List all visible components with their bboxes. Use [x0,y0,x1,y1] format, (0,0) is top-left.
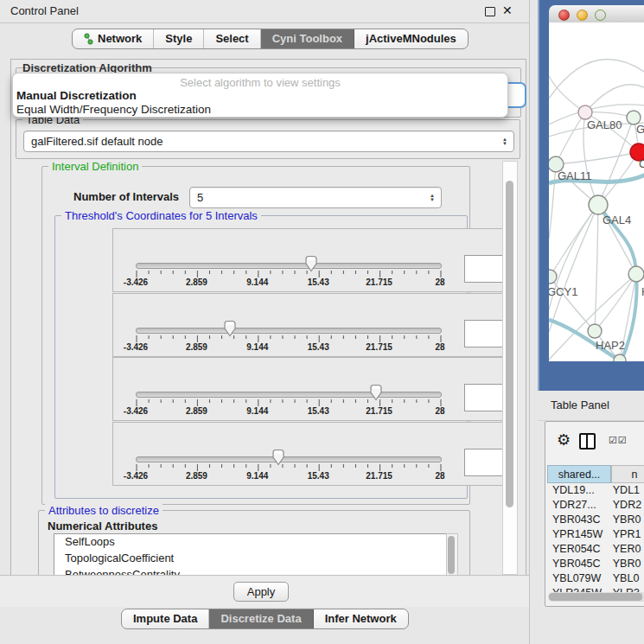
network-node-gcy1[interactable] [549,270,557,284]
control-panel-titlebar: Control Panel ✕ [0,0,529,23]
table-row[interactable]: YPR145WYPR1 [547,527,644,542]
network-icon [84,33,93,45]
network-edge [556,152,639,164]
network-node-label: GAL80 [587,118,622,131]
threshold-slider-thumb[interactable] [369,384,383,401]
network-canvas[interactable]: GAL80GACGAL11GAL4GCY1HHAP2 [549,22,644,361]
close-traffic-light-icon[interactable] [558,10,570,21]
network-node-hap2[interactable] [588,324,602,338]
network-node-h[interactable] [628,266,644,282]
slider-tick-label: 9.144 [246,406,268,416]
network-window: GAL80GACGAL11GAL4GCY1HHAP2 [549,5,644,361]
stepper-arrows-icon: ▲▼ [426,194,441,202]
table-rows: YDL19...YDL1YDR27...YDR2YBR043CYBR0YPR14… [547,483,644,592]
slider-tick-label: 9.144 [246,277,268,287]
num-intervals-combobox[interactable]: 5 ▲▼ [189,187,442,208]
slider-tick-label: 2.859 [186,277,207,287]
tab-select[interactable]: Select [204,29,260,48]
table-row[interactable]: YLR345WYLR3 [547,586,644,592]
apply-bar: Apply [0,575,529,608]
tab-jactivemnodules[interactable]: jActiveMNodules [354,29,468,48]
apply-button[interactable]: Apply [233,582,289,602]
attributes-group-title: Attributes to discretize [45,504,163,517]
table-row[interactable]: YBL079WYBL0 [547,571,644,586]
threshold-slider-track[interactable] [136,263,442,269]
slider-tick-label: 2.859 [186,342,207,352]
attribute-item-selfloops[interactable]: SelfLoops [54,534,447,551]
interval-definition-group: Interval Definition Number of Intervals … [41,166,470,505]
slider-tick-label: 28 [435,277,444,287]
numerical-attributes-label: Numerical Attributes [48,520,157,532]
network-node-gal4[interactable] [589,195,608,214]
table-panel-header: Table Panel [538,391,644,421]
table-card: ⚙ ☑☑ shared... n YDL19...YDL1YDR27...YDR… [545,421,644,607]
slider-tick-label: 28 [435,342,444,352]
table-data-combobox[interactable]: galFiltered.sif default node ▲▼ [23,131,514,152]
panel-vertical-scrollbar[interactable] [502,161,518,575]
gear-icon[interactable]: ⚙ [557,430,571,450]
network-edge [549,76,585,112]
cell-name: YDR2 [609,498,644,513]
attribute-item-topologicalcoefficient[interactable]: TopologicalCoefficient [54,551,447,567]
table-row[interactable]: YBR043CYBR0 [547,513,644,527]
table-horizontal-scrollbar[interactable] [548,592,644,602]
cell-shared-name: YDR27... [547,498,609,513]
slider-tick-label: -3.426 [124,471,148,481]
threshold-slider-thumb[interactable] [271,449,285,466]
tab-style[interactable]: Style [154,29,204,48]
table-row[interactable]: YDR27...YDR2 [547,498,644,513]
float-window-icon[interactable] [485,7,495,16]
bottom-tab-infer-network[interactable]: Infer Network [314,609,408,628]
network-node-label: GAL4 [603,214,631,226]
slider-tick-label: 21.715 [366,342,392,352]
cell-shared-name: YBR043C [547,513,609,527]
slider-ticks [136,271,442,279]
algorithm-placeholder-option[interactable]: Select algorithm to view settings [13,76,507,89]
zoom-traffic-light-icon[interactable] [595,10,606,21]
slider-tick-label: 28 [435,406,444,416]
slider-tick-label: 21.715 [366,277,392,287]
bottom-tab-impute-data[interactable]: Impute Data [122,609,209,628]
threshold-slider-thumb[interactable] [223,320,237,337]
num-intervals-label: Number of Intervals [73,190,179,203]
thresholds-group-title: Threshold's Coordinates for 5 Intervals [61,209,261,222]
slider-tick-label: -3.426 [124,406,148,416]
minimize-traffic-light-icon[interactable] [577,10,588,21]
cell-name: YDL1 [609,483,644,498]
threshold-panel-2: -3.4262.8599.14415.4321.71528 [112,293,515,357]
control-panel-tabbar: NetworkStyleSelectCyni ToolboxjActiveMNo… [72,29,469,49]
threshold-slider-thumb[interactable] [304,255,318,272]
bottom-tab-label: Discretize Data [220,609,301,628]
slider-tick-label: -3.426 [124,342,148,352]
bottom-tab-discretize-data[interactable]: Discretize Data [209,609,313,628]
cell-name: YER0 [609,542,644,557]
control-panel: Control Panel ✕ NetworkStyleSelectCyni T… [0,0,530,644]
table-panel-title: Table Panel [551,399,609,411]
cell-shared-name: YPR145W [547,527,609,542]
table-row[interactable]: YER054CYER0 [547,542,644,557]
network-node-gal80[interactable] [578,105,592,119]
slider-tick-label: -3.426 [124,277,148,287]
slider-tick-label: 2.859 [186,471,207,481]
close-icon[interactable]: ✕ [502,3,513,14]
algorithm-option-manual[interactable]: Manual Discretization [16,89,501,102]
tab-network[interactable]: Network [73,29,154,48]
table-column-header-shared[interactable]: shared... [547,465,611,483]
slider-tick-label: 9.144 [246,471,268,481]
network-edge [549,60,644,99]
table-row[interactable]: YBR045CYBR0 [547,557,644,571]
network-node[interactable] [614,354,626,361]
threshold-slider-track[interactable] [136,328,442,334]
network-window-titlebar[interactable] [549,5,644,23]
algorithm-option-equal-width[interactable]: Equal Width/Frequency Discretization [16,103,501,116]
tab-cyni-toolbox[interactable]: Cyni Toolbox [261,29,354,48]
columns-icon[interactable] [579,433,596,450]
table-row[interactable]: YDL19...YDL1 [547,483,644,498]
cell-shared-name: YBR045C [547,557,609,571]
slider-ticks [136,464,442,473]
threshold-slider-track[interactable] [136,392,442,398]
table-column-header-name[interactable]: n [611,465,644,483]
threshold-slider-track[interactable] [136,456,442,462]
network-node-label: GA [636,123,644,136]
select-columns-checkboxes-icon[interactable]: ☑☑ [609,435,628,446]
